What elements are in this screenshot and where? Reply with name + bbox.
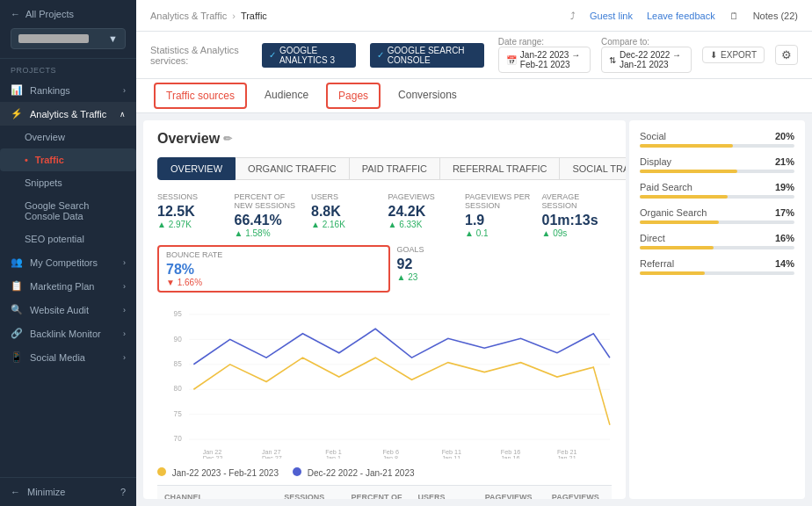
sidebar-item-overview[interactable]: Overview — [0, 126, 136, 148]
bullet-icon: • — [25, 155, 28, 165]
all-projects-link[interactable]: ← All Projects — [11, 9, 126, 19]
notes-label[interactable]: Notes (22) — [753, 11, 798, 21]
sidebar-item-snippets[interactable]: Snippets — [0, 171, 136, 194]
breadcrumb-traffic: Traffic — [241, 11, 267, 21]
date-range-section: Date range: 📅 Jan-22 2023 → Feb-21 2023 … — [498, 37, 798, 73]
channel-pct: 14% — [775, 258, 794, 269]
th-users: USERS — [411, 493, 478, 499]
sidebar-item-backlink[interactable]: 🔗 Backlink Monitor › — [0, 322, 136, 345]
goals-value: 92 — [397, 257, 613, 272]
minimize-label: Minimize — [27, 487, 65, 497]
subtab-paid[interactable]: PAID TRAFFIC — [350, 157, 440, 180]
tab-traffic-sources[interactable]: Traffic sources — [154, 83, 247, 109]
users-change: ▲ 2.16K — [311, 220, 381, 229]
svg-text:90: 90 — [174, 334, 182, 343]
sidebar-item-social[interactable]: 📱 Social Media › — [0, 345, 136, 369]
breadcrumb-sep: › — [232, 11, 236, 21]
chevron-icon: › — [123, 86, 126, 95]
snippets-label: Snippets — [25, 177, 62, 188]
export-button[interactable]: ⬇ EXPORT — [702, 47, 765, 63]
gsc-badge[interactable]: ✓ GOOGLE SEARCH CONSOLE — [370, 43, 484, 68]
content-area: Overview ✏ OVERVIEW ORGANIC TRAFFIC PAID… — [136, 113, 812, 506]
leave-feedback[interactable]: Leave feedback — [647, 11, 715, 21]
channel-name: Display — [640, 156, 671, 167]
guest-link[interactable]: Guest link — [590, 11, 633, 21]
pages-tab-label: Pages — [338, 90, 368, 102]
channel-name: Referral — [640, 258, 674, 269]
channel-fill — [640, 271, 705, 275]
legend-yellow-dot — [157, 467, 166, 476]
edit-icon[interactable]: ✏ — [223, 133, 232, 145]
tab-conversions[interactable]: Conversions — [384, 80, 471, 112]
sessions-value: 12.5K — [157, 204, 228, 220]
stat-avg-session: AVERAGE SESSION 01m:13s ▲ 09s — [542, 192, 613, 238]
sidebar-item-audit[interactable]: 🔍 Website Audit › — [0, 298, 136, 322]
sidebar-item-seo[interactable]: SEO potential — [0, 228, 136, 250]
channel-item: Paid Search 19% — [640, 182, 794, 199]
minimize-icon: ← — [11, 487, 20, 497]
compare-section: Compare to: ⇅ Dec-22 2022 → Jan-21 2023 — [601, 37, 692, 73]
subtab-organic-label: ORGANIC TRAFFIC — [248, 163, 337, 174]
marketing-icon: 📋 — [11, 280, 23, 292]
analytics-icon: ⚡ — [11, 108, 23, 119]
project-selector[interactable]: ▼ — [11, 28, 126, 49]
gsc-label: GOOGLE SEARCH CONSOLE — [388, 46, 477, 65]
stat-new-sessions: PERCENT OF NEW SESSIONS 66.41% ▲ 1.58% — [235, 192, 305, 238]
users-change-val: ▲ 2.16K — [311, 220, 345, 229]
sidebar-item-marketing[interactable]: 📋 Marketing Plan › — [0, 274, 136, 298]
sidebar-item-traffic[interactable]: • Traffic — [0, 148, 136, 171]
subtab-referral[interactable]: REFERRAL TRAFFIC — [440, 157, 561, 180]
th-channel: CHANNEL — [157, 493, 277, 499]
tab-pages[interactable]: Pages — [326, 83, 381, 109]
tab-audience[interactable]: Audience — [250, 80, 323, 112]
chevron-icon: › — [123, 353, 126, 362]
th-pageviews: PAGEVIEWS — [478, 493, 545, 499]
ga3-badge[interactable]: ✓ GOOGLE ANALYTICS 3 — [262, 43, 356, 68]
sidebar-item-analytics[interactable]: ⚡ Analytics & Traffic ∧ — [0, 102, 136, 126]
check-icon: ✓ — [269, 50, 276, 60]
sidebar-item-competitors[interactable]: 👥 My Competitors › — [0, 250, 136, 274]
new-sessions-value: 66.41% — [235, 213, 305, 228]
channel-fill — [640, 170, 737, 173]
seo-label: SEO potential — [25, 234, 84, 244]
bounce-change-val: ▼ 1.66% — [166, 278, 202, 287]
projects-section-label: PROJECTS — [0, 59, 136, 78]
notes-icon: 🗒 — [729, 11, 739, 21]
channel-pct: 21% — [775, 156, 794, 167]
analytics-label: Analytics & Traffic — [30, 109, 106, 119]
sidebar-item-rankings[interactable]: 📊 Rankings › — [0, 78, 136, 102]
minimize-button[interactable]: ← Minimize ? — [0, 477, 136, 506]
channel-fill — [640, 220, 719, 224]
gsc-label: Google Search Console Data — [25, 200, 126, 221]
stat-pvps: PAGEVIEWS PER SESSION 1.9 ▲ 0.1 — [465, 192, 535, 238]
stat-users: USERS 8.8K ▲ 2.16K — [311, 192, 381, 238]
channel-item: Direct 16% — [640, 233, 794, 249]
topbar: Analytics & Traffic › Traffic ⤴ Guest li… — [136, 0, 812, 32]
subtab-organic[interactable]: ORGANIC TRAFFIC — [236, 157, 350, 180]
help-icon: ? — [120, 487, 126, 497]
svg-text:Jan 1: Jan 1 — [325, 454, 341, 459]
rankings-label: Rankings — [30, 85, 70, 96]
compare-input[interactable]: ⇅ Dec-22 2022 → Jan-21 2023 — [601, 47, 692, 73]
channel-bar — [640, 220, 794, 224]
overview-label: Overview — [25, 132, 65, 142]
sidebar-item-gsc[interactable]: Google Search Console Data — [0, 194, 136, 228]
subtab-overview[interactable]: OVERVIEW — [157, 157, 236, 180]
channel-bar — [640, 271, 794, 275]
settings-button[interactable]: ⚙ — [775, 45, 798, 65]
stat-bounce-rate: BOUNCE RATE 78% ▼ 1.66% — [157, 245, 390, 293]
traffic-label: Traffic — [35, 155, 64, 165]
subtab-social[interactable]: SOCIAL TRAFFIC — [560, 157, 626, 180]
channel-name: Organic Search — [640, 207, 707, 218]
date-range-value: Jan-22 2023 → Feb-21 2023 — [520, 50, 583, 69]
compare-group: Compare to: ⇅ Dec-22 2022 → Jan-21 2023 — [601, 37, 692, 73]
chevron-icon: › — [123, 306, 126, 314]
legend-current-label: Jan-22 2023 - Feb-21 2023 — [172, 468, 279, 478]
channel-name: Paid Search — [640, 182, 692, 192]
th-new-sessions: PERCENT OF NEW SESSIONS — [344, 493, 410, 499]
pageviews-change-val: ▲ 6.33K — [388, 220, 423, 229]
date-range-input[interactable]: 📅 Jan-22 2023 → Feb-21 2023 — [498, 47, 591, 73]
share-icon: ⤴ — [570, 11, 576, 21]
services-bar: Statistics & Analytics services: ✓ GOOGL… — [136, 32, 812, 79]
channel-bar — [640, 195, 794, 199]
